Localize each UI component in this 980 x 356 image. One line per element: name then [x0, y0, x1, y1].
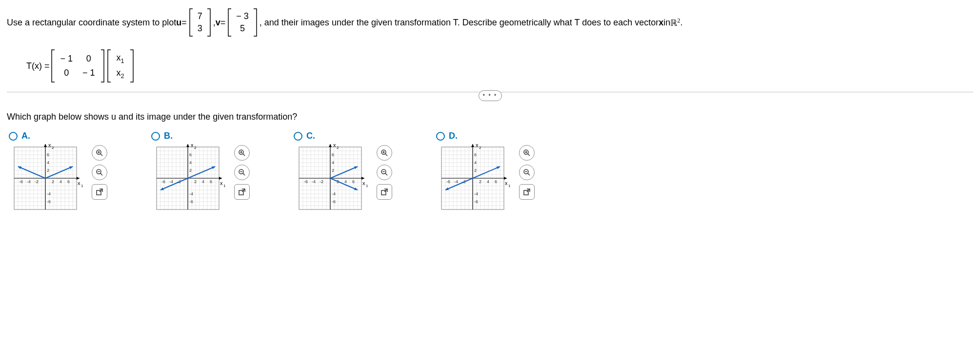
- svg-text:2: 2: [52, 146, 54, 150]
- svg-text:2: 2: [194, 146, 197, 150]
- svg-text:-6: -6: [19, 179, 23, 184]
- expand-button[interactable]: • • •: [479, 90, 502, 101]
- svg-text:-6: -6: [304, 179, 308, 184]
- zoom-in-icon[interactable]: [519, 145, 535, 161]
- x-vector: x1 x2: [106, 49, 135, 83]
- svg-line-126: [243, 154, 245, 156]
- svg-text:-4: -4: [474, 191, 478, 196]
- svg-text:6: 6: [352, 179, 355, 184]
- svg-text:-6: -6: [332, 199, 336, 204]
- option-b-label: B.: [164, 131, 173, 141]
- option-a: A. 2-224-446-66-4-6x2x1: [9, 131, 107, 217]
- u-entry-2: 3: [198, 22, 202, 35]
- radio-a[interactable]: [9, 132, 18, 141]
- svg-text:-6: -6: [474, 199, 478, 204]
- svg-text:4: 4: [474, 160, 477, 165]
- text-part-1: Use a rectangular coordinate system to p…: [7, 18, 176, 28]
- svg-text:6: 6: [189, 152, 192, 157]
- option-a-label: A.: [21, 131, 30, 141]
- svg-text:2: 2: [332, 168, 334, 173]
- svg-line-54: [45, 167, 73, 178]
- option-a-header[interactable]: A.: [9, 131, 107, 141]
- m-22: − 1: [82, 66, 95, 80]
- vector-u-label: u: [176, 18, 181, 28]
- svg-text:-6: -6: [189, 199, 193, 204]
- svg-text:x: x: [220, 180, 223, 186]
- radio-b[interactable]: [151, 132, 160, 141]
- popout-icon[interactable]: [519, 184, 535, 200]
- svg-text:-6: -6: [161, 179, 165, 184]
- zoom-out-icon[interactable]: [92, 165, 107, 180]
- zoom-in-icon[interactable]: [377, 145, 392, 161]
- svg-marker-105: [186, 144, 189, 147]
- graph-c: 2-224-446-66-4-6x2x1: [294, 144, 372, 217]
- radio-c[interactable]: [294, 132, 302, 141]
- zoom-in-icon[interactable]: [92, 145, 107, 161]
- svg-text:x: x: [191, 144, 194, 148]
- option-b: B. 2-224-446-66-4-6x2x1: [151, 131, 250, 217]
- option-d-header[interactable]: D.: [436, 131, 535, 141]
- svg-text:-4: -4: [312, 179, 316, 184]
- graph-b: 2-224-446-66-4-6x2x1: [151, 144, 229, 217]
- svg-marker-38: [44, 144, 47, 147]
- transformation-definition: T(x) = − 1 0 0 − 1 x1 x2: [26, 49, 973, 83]
- popout-icon[interactable]: [234, 184, 250, 200]
- svg-line-63: [100, 173, 103, 176]
- options-container: A. 2-224-446-66-4-6x2x1 B. 2-224-446-66-…: [7, 131, 973, 217]
- svg-text:x: x: [333, 144, 336, 148]
- svg-line-56: [18, 167, 45, 178]
- svg-text:4: 4: [332, 160, 334, 165]
- zoom-out-icon[interactable]: [234, 165, 250, 180]
- option-c-header[interactable]: C.: [294, 131, 392, 141]
- svg-text:-2: -2: [35, 179, 39, 184]
- svg-text:2: 2: [189, 168, 192, 173]
- x2: x2: [117, 66, 124, 81]
- m-21: 0: [64, 66, 69, 80]
- question-text: Which graph below shows u and its image …: [7, 112, 973, 122]
- svg-text:4: 4: [202, 179, 204, 184]
- svg-line-255: [473, 167, 500, 178]
- m-12: 0: [86, 52, 91, 66]
- popout-icon[interactable]: [92, 184, 107, 200]
- equals-2: =: [220, 18, 226, 28]
- vector-v-label: v: [216, 18, 220, 28]
- svg-marker-239: [471, 144, 474, 147]
- svg-text:2: 2: [47, 168, 49, 173]
- svg-marker-171: [361, 177, 364, 180]
- x1: x1: [117, 51, 124, 66]
- zoom-out-icon[interactable]: [519, 165, 535, 180]
- svg-line-260: [528, 154, 530, 156]
- svg-line-264: [528, 173, 530, 176]
- svg-text:2: 2: [479, 179, 481, 184]
- svg-text:x: x: [48, 144, 51, 148]
- option-b-header[interactable]: B.: [151, 131, 250, 141]
- svg-text:x: x: [362, 180, 365, 186]
- option-c-label: C.: [306, 131, 315, 141]
- svg-text:1: 1: [508, 184, 511, 188]
- svg-text:2: 2: [194, 179, 197, 184]
- m-11: − 1: [60, 52, 73, 66]
- svg-text:-4: -4: [47, 191, 51, 196]
- svg-text:1: 1: [81, 184, 83, 188]
- svg-text:4: 4: [60, 179, 62, 184]
- svg-text:-6: -6: [47, 199, 51, 204]
- option-d-label: D.: [449, 131, 458, 141]
- svg-text:4: 4: [487, 179, 489, 184]
- zoom-out-icon[interactable]: [377, 165, 392, 180]
- popout-icon[interactable]: [377, 184, 392, 200]
- svg-line-197: [385, 173, 388, 176]
- svg-text:2: 2: [474, 168, 477, 173]
- svg-text:4: 4: [344, 179, 347, 184]
- svg-text:6: 6: [67, 179, 70, 184]
- svg-line-193: [385, 154, 388, 156]
- svg-line-59: [100, 154, 103, 156]
- svg-text:2: 2: [479, 146, 481, 150]
- r2-symbol: ℝ2: [670, 17, 680, 28]
- svg-text:x: x: [476, 144, 479, 148]
- transformation-matrix: − 1 0 0 − 1: [50, 49, 106, 83]
- svg-text:6: 6: [474, 152, 477, 157]
- vector-x-label: x: [659, 18, 663, 28]
- graph-a: 2-224-446-66-4-6x2x1: [9, 144, 87, 217]
- zoom-in-icon[interactable]: [234, 145, 250, 161]
- radio-d[interactable]: [436, 132, 445, 141]
